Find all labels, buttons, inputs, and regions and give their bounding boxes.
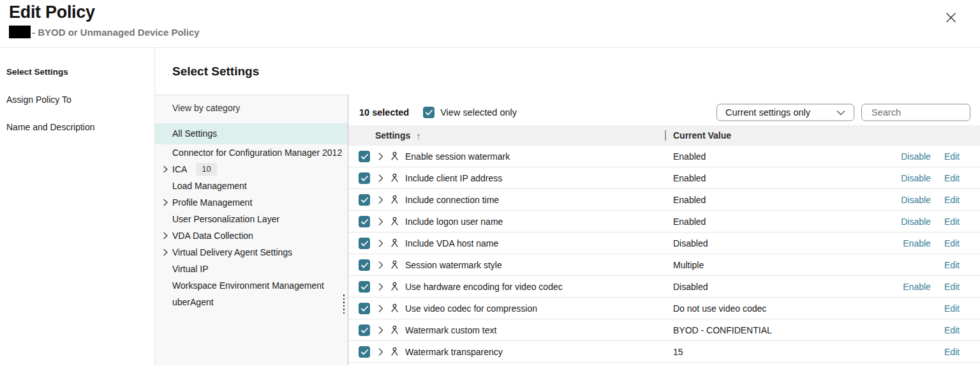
table-row: Watermark transparency 15 Edit <box>348 341 980 363</box>
setting-current-value: 15 <box>673 347 683 357</box>
panel-resize-handle[interactable] <box>343 294 345 314</box>
setting-current-value: Enabled <box>673 173 706 183</box>
checkbox-check-icon <box>361 238 368 248</box>
category-label: Virtual IP <box>172 261 209 277</box>
row-checkbox[interactable] <box>359 172 370 184</box>
table-row: Use video codec for compression Do not u… <box>348 298 980 319</box>
row-actions: Disable Edit <box>899 195 960 205</box>
row-checkbox[interactable] <box>359 151 370 162</box>
category-item[interactable]: All Settings <box>155 123 348 144</box>
edit-link[interactable]: Edit <box>944 195 960 205</box>
category-item[interactable]: uberAgent <box>155 294 348 310</box>
category-label: Profile Management <box>172 194 252 211</box>
close-icon <box>946 12 956 25</box>
category-item[interactable]: Load Management <box>155 178 348 194</box>
view-by-category-label: View by category <box>155 95 348 116</box>
edit-link[interactable]: Edit <box>944 151 960 162</box>
edit-link[interactable]: Edit <box>944 347 960 357</box>
expand-chevron-icon[interactable] <box>378 153 383 160</box>
edit-link[interactable]: Edit <box>944 325 960 335</box>
row-actions: Enable Edit <box>899 238 960 248</box>
expand-chevron-icon[interactable] <box>378 305 383 312</box>
expand-chevron-icon[interactable] <box>378 261 383 269</box>
close-button[interactable] <box>943 11 958 26</box>
row-checkbox[interactable] <box>359 238 370 249</box>
table-header: Settings ↑ Current Value <box>348 125 980 146</box>
setting-current-value: Enabled <box>673 195 706 205</box>
category-item[interactable]: Virtual Delivery Agent Settings <box>155 244 348 261</box>
edit-link[interactable]: Edit <box>944 282 960 292</box>
column-header-settings[interactable]: Settings <box>375 130 410 141</box>
checkbox-check-icon <box>361 151 368 162</box>
category-item[interactable]: Connector for Configuration Manager 2012 <box>155 144 348 161</box>
category-label: ICA <box>172 161 187 178</box>
expand-chevron-icon[interactable] <box>378 326 383 334</box>
expand-chevron-icon[interactable] <box>378 196 383 204</box>
category-item[interactable]: ICA 10 <box>155 161 348 178</box>
user-setting-icon <box>390 303 399 313</box>
user-setting-icon <box>390 260 399 270</box>
category-label: User Personalization Layer <box>172 211 279 227</box>
sort-ascending-icon[interactable]: ↑ <box>416 130 421 141</box>
edit-link[interactable]: Edit <box>944 217 960 227</box>
row-checkbox[interactable] <box>359 216 370 227</box>
checkbox-check-icon <box>361 303 368 314</box>
row-checkbox[interactable] <box>359 324 370 336</box>
expand-chevron-icon[interactable] <box>378 348 383 356</box>
category-item[interactable]: Virtual IP <box>155 261 348 277</box>
category-item[interactable]: Workspace Environment Management <box>155 277 348 294</box>
setting-name: Watermark custom text <box>405 325 496 335</box>
setting-name: Use video codec for compression <box>405 303 537 314</box>
chevron-right-icon <box>163 166 168 173</box>
table-row: Include logon user name Enabled Disable … <box>348 211 980 233</box>
expand-chevron-icon[interactable] <box>378 240 383 247</box>
column-resize-divider[interactable] <box>665 130 666 141</box>
row-checkbox[interactable] <box>359 194 370 206</box>
edit-link[interactable]: Edit <box>944 303 960 314</box>
row-checkbox[interactable] <box>359 281 370 293</box>
chevron-right-icon <box>163 199 168 206</box>
toggle-action-link[interactable]: Disable <box>899 173 931 183</box>
toolbar-right-group: Current settings only <box>716 103 970 121</box>
edit-link[interactable]: Edit <box>944 173 960 183</box>
view-selected-only-checkbox[interactable] <box>423 107 434 118</box>
setting-current-value: Enabled <box>673 151 706 162</box>
user-setting-icon <box>390 173 399 183</box>
category-item[interactable]: VDA Data Collection <box>155 227 348 244</box>
row-actions: Edit <box>944 260 960 270</box>
category-item[interactable]: User Personalization Layer <box>155 211 348 227</box>
expand-chevron-icon[interactable] <box>378 218 383 225</box>
toggle-action-link[interactable]: Enable <box>899 282 931 292</box>
row-actions: Edit <box>944 347 960 357</box>
dialog-header: Edit Policy - BYOD or Unmanaged Device P… <box>0 0 980 48</box>
toggle-action-link[interactable]: Disable <box>899 151 931 162</box>
chevron-right-icon <box>163 233 168 240</box>
edit-link[interactable]: Edit <box>944 260 960 270</box>
checkbox-check-icon <box>361 173 368 183</box>
settings-filter-dropdown[interactable]: Current settings only <box>716 103 854 121</box>
search-input[interactable] <box>861 103 970 121</box>
toggle-action-link[interactable]: Enable <box>899 238 931 248</box>
wizard-steps-sidebar: Select Settings Assign Policy To Name an… <box>0 48 155 365</box>
sidebar-item-assign-policy-to[interactable]: Assign Policy To <box>6 95 154 107</box>
category-item[interactable]: Profile Management <box>155 194 348 211</box>
toggle-action-link[interactable]: Disable <box>899 195 931 205</box>
category-label: Virtual Delivery Agent Settings <box>172 244 292 261</box>
sidebar-item-select-settings[interactable]: Select Settings <box>6 67 154 80</box>
table-row: Include client IP address Enabled Disabl… <box>348 167 980 189</box>
expand-chevron-icon[interactable] <box>378 283 383 291</box>
setting-name: Session watermark style <box>405 260 502 270</box>
row-checkbox[interactable] <box>359 303 370 314</box>
toggle-action-link[interactable]: Disable <box>899 217 931 227</box>
row-checkbox[interactable] <box>359 346 370 358</box>
setting-current-value: Do not use video codec <box>673 303 766 314</box>
row-actions: Disable Edit <box>899 151 960 162</box>
table-row: Enable session watermark Enabled Disable… <box>348 146 980 167</box>
edit-link[interactable]: Edit <box>944 238 960 248</box>
setting-name: Include client IP address <box>405 173 502 183</box>
expand-chevron-icon[interactable] <box>378 174 383 182</box>
category-label: Workspace Environment Management <box>172 277 324 294</box>
row-checkbox[interactable] <box>359 259 370 271</box>
sidebar-item-name-and-description[interactable]: Name and Description <box>6 122 154 135</box>
row-actions: Disable Edit <box>899 217 960 227</box>
